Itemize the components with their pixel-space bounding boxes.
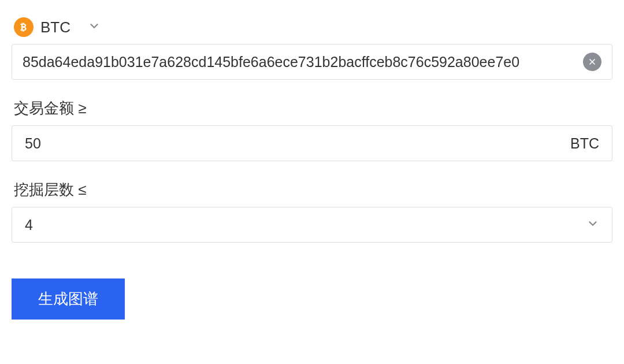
currency-selector[interactable]: BTC (12, 17, 612, 37)
amount-value: 50 (25, 135, 570, 152)
hash-input-value: 85da64eda91b031e7a628cd145bfe6a6ece731b2… (23, 54, 576, 70)
amount-input[interactable]: 50 BTC (12, 125, 612, 161)
clear-button[interactable] (583, 53, 601, 71)
generate-button[interactable]: 生成图谱 (12, 278, 125, 320)
depth-field-wrapper: 挖掘层数 ≤ 4 (12, 180, 612, 243)
chevron-down-icon (88, 20, 101, 35)
hash-input-wrapper[interactable]: 85da64eda91b031e7a628cd145bfe6a6ece731b2… (12, 44, 612, 80)
amount-field-label: 交易金额 ≥ (12, 98, 612, 118)
depth-field-label: 挖掘层数 ≤ (12, 180, 612, 200)
currency-code-label: BTC (40, 18, 70, 36)
depth-value: 4 (25, 217, 586, 233)
close-icon (588, 57, 597, 66)
depth-select[interactable]: 4 (12, 207, 612, 243)
chevron-down-icon (586, 217, 599, 232)
amount-field-wrapper: 交易金额 ≥ 50 BTC (12, 98, 612, 161)
bitcoin-icon (14, 17, 34, 37)
amount-suffix: BTC (570, 135, 599, 152)
